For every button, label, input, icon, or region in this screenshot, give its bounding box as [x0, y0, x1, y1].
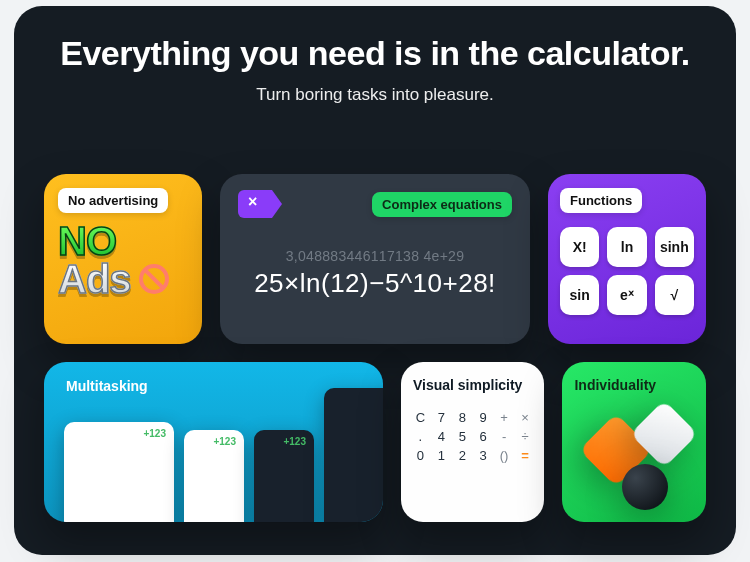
fn-key-sin[interactable]: sin — [560, 275, 599, 315]
dark-circle-icon — [622, 464, 668, 510]
key-dot[interactable]: . — [413, 429, 428, 444]
key-clear[interactable]: C — [413, 410, 428, 425]
card-equation: × Complex equations 3,048883446117138 4e… — [220, 174, 530, 344]
key-2[interactable]: 2 — [455, 448, 470, 463]
card-functions: Functions X! ln sinh sin eˣ √ — [548, 174, 706, 344]
mini-window: +123 — [324, 388, 383, 522]
ads-line: Ads — [58, 261, 188, 297]
key-plus[interactable]: + — [497, 410, 512, 425]
mini-calculator-grid: C 7 8 9 + × . 4 5 6 - ÷ 0 1 2 3 () = — [413, 410, 533, 463]
key-parens[interactable]: () — [497, 448, 512, 463]
equation-expression: 25×ln(12)−5^10+28! — [238, 268, 512, 299]
badge-functions: Functions — [560, 188, 642, 213]
key-0[interactable]: 0 — [413, 448, 428, 463]
key-equals[interactable]: = — [518, 448, 533, 463]
fn-key-root[interactable]: √ — [655, 275, 694, 315]
card-multitasking: Multitasking +123 +123 +123 +123 — [44, 362, 383, 522]
key-7[interactable]: 7 — [434, 410, 449, 425]
key-6[interactable]: 6 — [476, 429, 491, 444]
hero-title: Everything you need is in the calculator… — [46, 34, 704, 73]
key-divide[interactable]: ÷ — [518, 429, 533, 444]
fn-key-exp[interactable]: eˣ — [607, 275, 646, 315]
no-text: NO — [58, 223, 188, 259]
feature-panel: Everything you need is in the calculator… — [14, 6, 736, 555]
fn-key-factorial[interactable]: X! — [560, 227, 599, 267]
key-9[interactable]: 9 — [476, 410, 491, 425]
key-minus[interactable]: - — [497, 429, 512, 444]
mini-window: +123 — [254, 430, 314, 522]
label-individuality: Individuality — [574, 377, 656, 393]
key-4[interactable]: 4 — [434, 429, 449, 444]
mini-window: +123 — [64, 422, 174, 522]
card-visual-simplicity: Visual simplicity C 7 8 9 + × . 4 5 6 - … — [401, 362, 545, 522]
ads-text: Ads — [58, 261, 131, 297]
fn-key-ln[interactable]: ln — [607, 227, 646, 267]
feature-row-1: No advertising NO Ads × Complex equation… — [44, 174, 706, 344]
hero-subtitle: Turn boring tasks into pleasure. — [46, 85, 704, 105]
card-no-ads: No advertising NO Ads — [44, 174, 202, 344]
mini-window: +123 — [184, 430, 244, 522]
badge-no-advertising: No advertising — [58, 188, 168, 213]
key-5[interactable]: 5 — [455, 429, 470, 444]
no-entry-icon — [139, 264, 169, 294]
card-individuality: Individuality — [562, 362, 706, 522]
multitask-windows: +123 +123 +123 +123 — [64, 404, 373, 522]
key-3[interactable]: 3 — [476, 448, 491, 463]
function-key-grid: X! ln sinh sin eˣ √ — [560, 227, 694, 315]
equation-header: × Complex equations — [238, 190, 512, 218]
feature-row-2: Multitasking +123 +123 +123 +123 Visual … — [44, 362, 706, 522]
key-8[interactable]: 8 — [455, 410, 470, 425]
fn-key-sinh[interactable]: sinh — [655, 227, 694, 267]
delete-tag-icon[interactable]: × — [238, 190, 272, 218]
badge-complex-equations: Complex equations — [372, 192, 512, 217]
label-visual-simplicity: Visual simplicity — [413, 377, 522, 393]
key-1[interactable]: 1 — [434, 448, 449, 463]
key-times[interactable]: × — [518, 410, 533, 425]
equation-result: 3,048883446117138 4e+29 — [238, 248, 512, 264]
